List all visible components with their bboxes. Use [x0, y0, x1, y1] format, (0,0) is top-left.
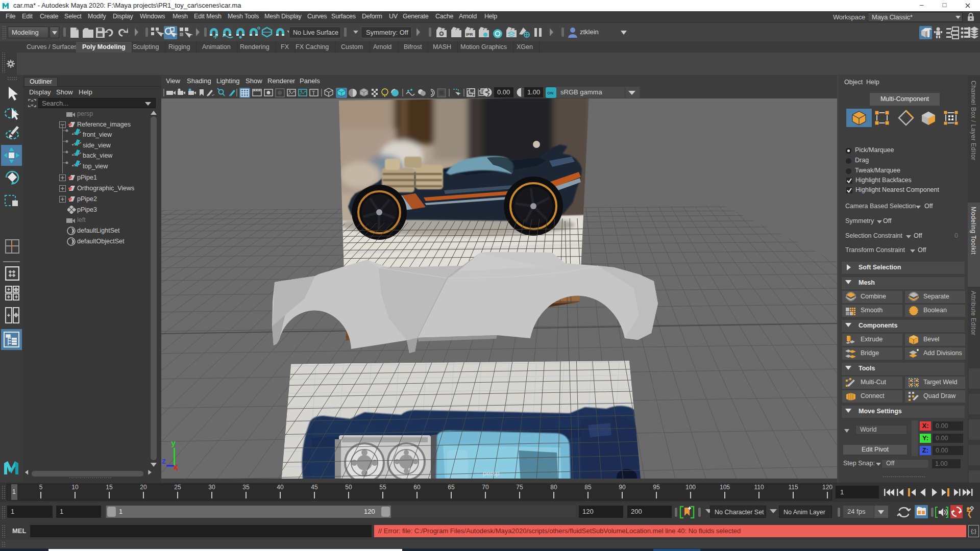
svg-text:y: y [171, 439, 176, 447]
svg-text:IPR: IPR [466, 32, 473, 37]
svg-text:T: T [312, 90, 315, 96]
svg-text:persp: persp [483, 469, 500, 477]
svg-text:z: z [162, 457, 166, 465]
svg-text:ON: ON [547, 91, 553, 95]
